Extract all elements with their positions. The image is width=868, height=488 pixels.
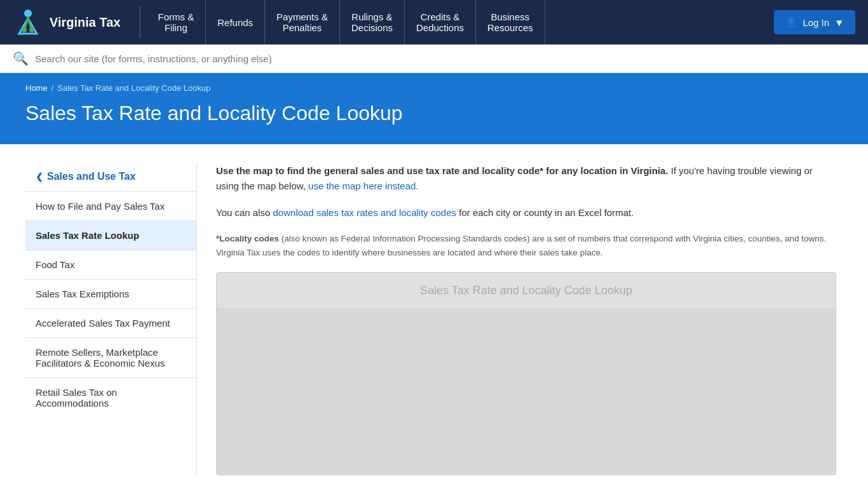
content-download-para: You can also download sales tax rates an…	[216, 205, 836, 220]
nav-payments-penalties[interactable]: Payments &Penalties	[265, 0, 340, 44]
nav-refunds[interactable]: Refunds	[206, 0, 265, 44]
breadcrumb-separator: /	[51, 83, 54, 93]
header: Virginia Tax Forms &Filing Refunds Payme…	[0, 0, 868, 44]
content-intro: Use the map to find the general sales an…	[216, 163, 836, 194]
search-bar: 🔍	[0, 44, 868, 73]
content-area: Use the map to find the general sales an…	[197, 163, 855, 475]
sidebar-item-remote-sellers[interactable]: Remote Sellers, Marketplace Facilitators…	[25, 337, 196, 377]
main-content: ❮ Sales and Use Tax How to File and Pay …	[0, 144, 868, 488]
map-title-bar: Sales Tax Rate and Locality Code Lookup	[217, 273, 836, 309]
page-title: Sales Tax Rate and Locality Code Lookup	[25, 102, 843, 125]
sidebar-item-food-tax[interactable]: Food Tax	[25, 250, 196, 279]
download-suffix: for each city or county in an Excel form…	[459, 207, 634, 218]
nav-credits-deductions[interactable]: Credits &Deductions	[405, 0, 476, 44]
download-prefix: You can also	[216, 207, 273, 218]
download-link[interactable]: download sales tax rates and locality co…	[273, 207, 457, 218]
nav-rulings-decisions[interactable]: Rulings &Decisions	[340, 0, 405, 44]
nav-business-resources[interactable]: BusinessResources	[476, 0, 545, 44]
note-bold: *Locality codes	[216, 234, 279, 243]
map-embed: Sales Tax Rate and Locality Code Lookup	[216, 272, 836, 475]
sidebar-item-accelerated-sales-tax[interactable]: Accelerated Sales Tax Payment	[25, 308, 196, 337]
breadcrumb: Home / Sales Tax Rate and Locality Code …	[25, 83, 843, 93]
nav-divider	[140, 6, 140, 38]
main-nav: Forms &Filing Refunds Payments &Penaltie…	[147, 0, 775, 44]
search-input[interactable]	[35, 53, 855, 64]
search-icon: 🔍	[13, 51, 29, 66]
breadcrumb-current: Sales Tax Rate and Locality Code Lookup	[57, 83, 210, 93]
map-body	[217, 309, 836, 475]
sidebar-item-how-to-file[interactable]: How to File and Pay Sales Tax	[25, 191, 196, 220]
nav-forms-filing[interactable]: Forms &Filing	[147, 0, 207, 44]
note-text: (also known as Federal Information Proce…	[216, 234, 826, 257]
logo-text: Virginia Tax	[50, 15, 121, 30]
intro-bold-text: Use the map to find the general sales an…	[216, 165, 668, 176]
chevron-down-icon: ▼	[834, 17, 844, 28]
svg-point-4	[22, 27, 27, 32]
svg-point-5	[29, 27, 34, 32]
content-note: *Locality codes (also known as Federal I…	[216, 232, 836, 259]
breadcrumb-home[interactable]: Home	[25, 83, 48, 93]
sidebar-item-sales-tax-rate-lookup[interactable]: Sales Tax Rate Lookup	[25, 220, 196, 250]
map-link[interactable]: use the map here instead.	[308, 180, 418, 191]
sidebar-parent-link[interactable]: ❮ Sales and Use Tax	[25, 163, 196, 191]
login-button[interactable]: 👤 Log In ▼	[774, 10, 855, 34]
sidebar-parent-label: Sales and Use Tax	[47, 171, 135, 182]
page-header: Home / Sales Tax Rate and Locality Code …	[0, 73, 868, 144]
svg-point-0	[24, 10, 32, 17]
sidebar-item-retail-sales-tax[interactable]: Retail Sales Tax on Accommodations	[25, 377, 196, 417]
logo[interactable]: Virginia Tax	[13, 7, 121, 37]
sidebar-item-sales-tax-exemptions[interactable]: Sales Tax Exemptions	[25, 279, 196, 308]
person-icon: 👤	[785, 17, 797, 28]
sidebar: ❮ Sales and Use Tax How to File and Pay …	[25, 163, 197, 475]
map-placeholder-label: Sales Tax Rate and Locality Code Lookup	[420, 284, 632, 297]
chevron-left-icon: ❮	[36, 172, 43, 182]
